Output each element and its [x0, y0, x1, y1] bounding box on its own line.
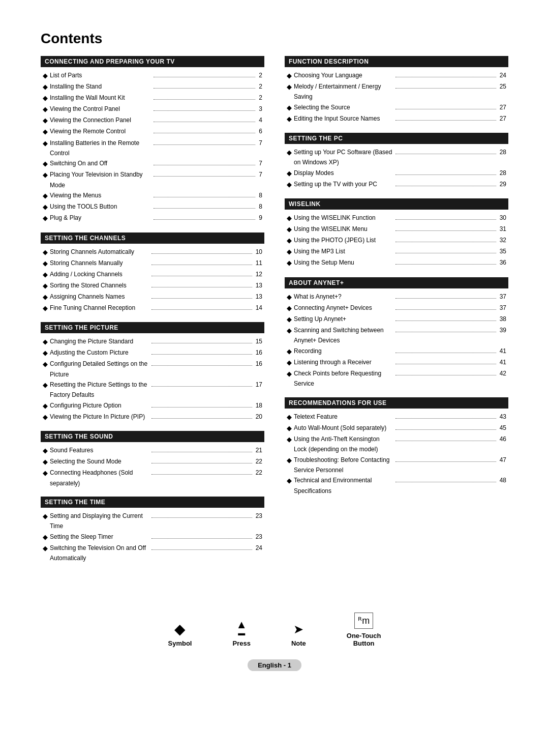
page-number: 9 — [259, 213, 262, 223]
page-number: 13 — [256, 292, 262, 302]
bullet-icon: ◆ — [287, 235, 292, 246]
section-header: WISELINK — [285, 198, 508, 210]
dots — [151, 336, 252, 343]
bullet-icon: ◆ — [43, 303, 48, 314]
press-legend: ▲ ▬ Press — [233, 619, 251, 647]
item-text: Changing the Picture Standard — [50, 336, 150, 346]
onetouch-icon: ᴿm — [354, 613, 373, 629]
item-text: Using the MP3 List — [294, 246, 394, 256]
item-text: Viewing the Control Panel — [50, 104, 152, 114]
section: FUNCTION DESCRIPTION◆Choosing Your Langu… — [285, 56, 508, 125]
item-text: Viewing the Menus — [50, 190, 152, 200]
list-item: ◆Placing Your Television in Standby Mode… — [43, 169, 262, 190]
section: SETTING THE TIME◆Setting and Displaying … — [41, 497, 264, 564]
item-text: Sorting the Stored Channels — [50, 280, 150, 290]
section-header: FUNCTION DESCRIPTION — [285, 56, 508, 67]
bullet-icon: ◆ — [43, 169, 48, 181]
bullet-icon: ◆ — [287, 70, 292, 81]
page-number: 42 — [500, 368, 506, 379]
dots — [395, 314, 496, 321]
item-text: Setting and Displaying the Current Time — [50, 511, 150, 532]
bullet-icon: ◆ — [287, 81, 292, 93]
item-text: Installing the Wall Mount Kit — [50, 93, 152, 103]
dots — [151, 292, 252, 299]
item-text: Storing Channels Automatically — [50, 247, 150, 257]
page-number: 41 — [500, 346, 506, 356]
page-number: 48 — [500, 475, 506, 485]
symbol-icon: ◆ — [174, 622, 186, 636]
page-number: 8 — [259, 190, 262, 200]
dots — [151, 511, 252, 518]
page-number: 7 — [259, 158, 262, 168]
list-item: ◆Editing the Input Source Names27 — [287, 113, 506, 125]
item-text: Installing the Stand — [50, 81, 152, 92]
right-column: FUNCTION DESCRIPTION◆Choosing Your Langu… — [285, 56, 508, 572]
section: SETTING THE PC◆Setting up Your PC Softwa… — [285, 133, 508, 190]
bullet-icon: ◆ — [43, 412, 48, 423]
section-items: ◆List of Parts2◆Installing the Stand2◆In… — [41, 70, 264, 224]
page-number: 7 — [259, 138, 262, 148]
page-number: 37 — [500, 292, 506, 302]
page-number: 47 — [500, 455, 506, 465]
item-text: Plug & Play — [50, 213, 152, 223]
dots — [151, 269, 252, 276]
list-item: ◆Assigning Channels Names13 — [43, 292, 262, 303]
dots — [151, 359, 252, 366]
item-text: Selecting the Source — [294, 102, 394, 112]
page-number: 11 — [256, 258, 262, 268]
page-number: 20 — [256, 412, 262, 422]
page-number: 8 — [259, 201, 262, 212]
dots — [395, 168, 496, 175]
item-text: Listening through a Receiver — [294, 357, 394, 367]
bullet-icon: ◆ — [287, 423, 292, 434]
bullet-icon: ◆ — [43, 81, 48, 93]
item-text: Resetting the Picture Settings to the Fa… — [50, 380, 150, 400]
bullet-icon: ◆ — [287, 257, 292, 269]
section-header: CONNECTING AND PREPARING YOUR TV — [41, 56, 264, 67]
list-item: ◆Check Points before Requesting Service4… — [287, 368, 506, 389]
dots — [154, 81, 256, 89]
list-item: ◆Changing the Picture Standard15 — [43, 336, 262, 347]
bullet-icon: ◆ — [43, 115, 48, 126]
item-text: Scanning and Switching between Anynet+ D… — [294, 325, 394, 346]
list-item: ◆Sorting the Stored Channels13 — [43, 280, 262, 292]
list-item: ◆Resetting the Picture Settings to the F… — [43, 380, 262, 400]
page-number: 36 — [500, 257, 506, 268]
bullet-icon: ◆ — [43, 126, 48, 137]
item-text: Viewing the Remote Control — [50, 126, 152, 136]
press-label: Press — [233, 639, 251, 647]
dots — [154, 158, 256, 165]
section-header: SETTING THE CHANNELS — [41, 232, 264, 244]
item-text: Using the PHOTO (JPEG) List — [294, 235, 394, 245]
list-item: ◆Installing the Stand2 — [43, 81, 262, 93]
dots — [151, 347, 252, 355]
list-item: ◆Viewing the Menus8 — [43, 190, 262, 201]
list-item: ◆Melody / Entertainment / Energy Saving2… — [287, 81, 506, 102]
page-number: 28 — [500, 168, 506, 178]
bullet-icon: ◆ — [43, 543, 48, 554]
dots — [154, 201, 256, 209]
list-item: ◆Configuring Detailed Settings on the Pi… — [43, 359, 262, 380]
page-number: 39 — [500, 325, 506, 335]
list-item: ◆Plug & Play9 — [43, 213, 262, 224]
item-text: Check Points before Requesting Service — [294, 368, 394, 389]
bullet-icon: ◆ — [43, 347, 48, 359]
list-item: ◆Using the WISELINK Function30 — [287, 213, 506, 224]
list-item: ◆Configuring Picture Option18 — [43, 400, 262, 412]
bullet-icon: ◆ — [43, 380, 48, 391]
item-text: Fine Tuning Channel Reception — [50, 303, 150, 313]
section-items: ◆Storing Channels Automatically10◆Storin… — [41, 247, 264, 314]
list-item: ◆Viewing the Control Panel3 — [43, 104, 262, 115]
dots — [154, 115, 256, 122]
item-text: What is Anynet+? — [294, 292, 394, 302]
page-number: 2 — [259, 70, 262, 80]
list-item: ◆Setting up Your PC Software (Based on W… — [287, 147, 506, 168]
list-item: ◆Listening through a Receiver41 — [287, 357, 506, 368]
page-number: 14 — [256, 303, 262, 313]
item-text: Teletext Feature — [294, 412, 394, 422]
page-number: 31 — [500, 224, 506, 234]
bullet-icon: ◆ — [287, 113, 292, 125]
dots — [395, 179, 496, 186]
item-text: Recording — [294, 346, 394, 356]
dots — [395, 113, 496, 121]
